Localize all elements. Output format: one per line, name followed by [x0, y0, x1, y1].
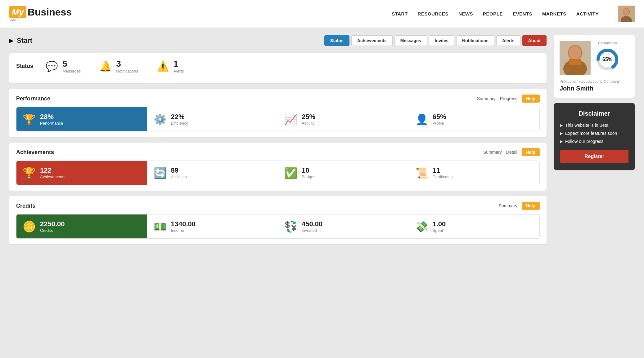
spent-value: 1.00 — [433, 220, 446, 228]
achievements-card: Achievements Summary Detail Help 🏆 122 A… — [9, 143, 547, 191]
bell-icon: 🔔 — [99, 60, 112, 72]
notifications-label: Notifications — [116, 69, 138, 73]
status-items: 💬 5 Messages 🔔 3 Notifications — [46, 59, 184, 73]
credits-icon: 🪙 — [23, 220, 36, 233]
metric-credits[interactable]: 🪙 2250.00 Credits — [16, 214, 147, 238]
register-button[interactable]: Register — [560, 150, 628, 163]
tab-status[interactable]: Status — [324, 35, 349, 46]
side-column: Completion 65% Production FULL Account, … — [554, 35, 635, 244]
activities-metric-text: 89 Activities — [171, 166, 187, 179]
metric-activities[interactable]: 🔄 89 Activities — [147, 161, 278, 185]
messages-label: Messages — [62, 69, 81, 73]
logo-business: Business — [28, 7, 72, 18]
status-alerts: ⚠️ 1 Alerts — [157, 59, 184, 73]
achievements-label: Achievements — [40, 175, 65, 179]
disclaimer-item-0: This website is in Beta — [560, 123, 628, 128]
tab-about[interactable]: About — [522, 35, 547, 46]
disclaimer-item-1: Expect more features soon — [560, 131, 628, 136]
invested-icon: 💱 — [284, 220, 297, 233]
credits-help-btn[interactable]: Help — [522, 202, 540, 210]
invested-value: 450.00 — [302, 220, 322, 228]
user-avatar-header[interactable] — [618, 6, 635, 22]
profile-label: Profile — [433, 121, 446, 126]
completion-label: Completion — [598, 41, 617, 45]
tab-bar: Status Achievements Messages Invites Not… — [324, 35, 547, 46]
certificates-icon: 📜 — [415, 167, 428, 179]
disclaimer-title: Disclaimer — [560, 110, 628, 117]
activities-label: Activities — [171, 175, 187, 179]
nav-start[interactable]: START — [392, 11, 408, 16]
credits-title: Credits — [16, 203, 35, 209]
badges-metric-text: 10 Badges — [302, 166, 315, 179]
logo-com: .com — [10, 17, 72, 22]
credits-actions: Summary Help — [499, 202, 540, 210]
metric-spent[interactable]: 💸 1.00 Spent — [409, 214, 540, 238]
header: My Business .com START RESOURCES NEWS PE… — [0, 0, 644, 28]
status-card: Status 💬 5 Messages 🔔 3 Notifications — [9, 53, 547, 83]
profile-metric-text: 65% Profile — [433, 113, 446, 126]
tab-notifications[interactable]: Notifications — [456, 35, 494, 46]
status-title: Status — [16, 63, 33, 69]
nav-resources[interactable]: RESOURCES — [418, 11, 449, 16]
tab-achievements[interactable]: Achievements — [351, 35, 393, 46]
performance-title: Performance — [16, 95, 50, 102]
efficiency-metric-text: 22% Efficiency — [171, 113, 188, 126]
metric-invested[interactable]: 💱 450.00 Invested — [278, 214, 409, 238]
nav-people[interactable]: PEOPLE — [483, 11, 503, 16]
achievements-actions: Summary Detail Help — [483, 148, 540, 156]
achievements-value: 122 — [40, 166, 65, 175]
achievements-metric-text: 122 Achievements — [40, 166, 65, 179]
disclaimer-item-2: Follow our progress! — [560, 139, 628, 144]
metric-activity[interactable]: 📈 25% Activity — [278, 107, 409, 131]
performance-summary-link[interactable]: Summary — [477, 96, 496, 101]
credits-summary-link[interactable]: Summary — [499, 203, 517, 208]
logo[interactable]: My Business .com — [9, 6, 72, 22]
activity-metric-text: 25% Activity — [302, 113, 315, 126]
achievements-header: Achievements Summary Detail Help — [16, 148, 540, 156]
metric-achievements[interactable]: 🏆 122 Achievements — [16, 161, 147, 185]
tab-invites[interactable]: Invites — [429, 35, 454, 46]
metric-income[interactable]: 💵 1340.00 Income — [147, 214, 278, 238]
profile-top: Completion 65% — [560, 41, 629, 75]
activities-icon: 🔄 — [154, 167, 167, 179]
page-title: Start — [17, 37, 32, 45]
metric-certificates[interactable]: 📜 11 Certificates — [409, 161, 540, 185]
performance-actions: Summary Progress Help — [477, 95, 540, 103]
performance-metric-text: 28% Performance — [40, 113, 63, 126]
achievements-title: Achievements — [16, 149, 54, 156]
nav-activity[interactable]: ACTIVITY — [576, 11, 599, 16]
profile-card: Completion 65% Production FULL Account, … — [554, 35, 635, 98]
nav-events[interactable]: EVENTS — [513, 11, 532, 16]
svg-rect-9 — [569, 59, 581, 65]
nav-news[interactable]: NEWS — [458, 11, 473, 16]
achievements-detail-link[interactable]: Detail — [506, 150, 517, 155]
profile-photo — [560, 41, 591, 75]
certificates-metric-text: 11 Certificates — [433, 166, 453, 179]
achievements-help-btn[interactable]: Help — [522, 148, 540, 156]
metric-profile[interactable]: 👤 65% Profile — [409, 107, 540, 131]
performance-header: Performance Summary Progress Help — [16, 95, 540, 103]
nav-markets[interactable]: MARKETS — [542, 11, 566, 16]
activity-value: 25% — [302, 113, 315, 121]
performance-progress-link[interactable]: Progress — [500, 96, 517, 101]
profile-value: 65% — [433, 113, 446, 121]
main-column: ▶ Start Status Achievements Messages Inv… — [9, 35, 547, 244]
metric-badges[interactable]: ✅ 10 Badges — [278, 161, 409, 185]
metric-performance[interactable]: 🏆 28% Performance — [16, 107, 147, 131]
notifications-count: 3 — [116, 59, 138, 69]
chat-icon: 💬 — [46, 60, 58, 72]
tab-alerts[interactable]: Alerts — [496, 35, 520, 46]
certificates-label: Certificates — [433, 175, 453, 179]
completion-wrap: Completion 65% — [595, 41, 620, 72]
performance-metrics: 🏆 28% Performance ⚙️ 22% Efficiency 📈 — [16, 107, 540, 131]
performance-label: Performance — [40, 121, 63, 126]
achievements-summary-link[interactable]: Summary — [483, 150, 502, 155]
income-icon: 💵 — [154, 220, 167, 233]
metric-efficiency[interactable]: ⚙️ 22% Efficiency — [147, 107, 278, 131]
donut-chart: 65% — [595, 47, 620, 72]
profile-name: John Smith — [560, 85, 629, 92]
achievements-metrics: 🏆 122 Achievements 🔄 89 Activities ✅ — [16, 161, 540, 185]
svg-point-3 — [623, 8, 629, 15]
tab-messages[interactable]: Messages — [394, 35, 427, 46]
performance-help-btn[interactable]: Help — [522, 95, 540, 103]
